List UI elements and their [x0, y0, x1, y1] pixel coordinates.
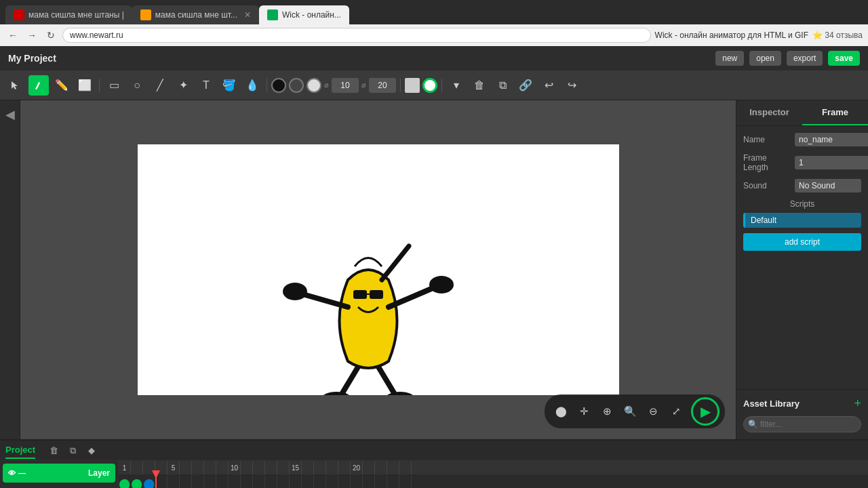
- frame-length-label: Frame Length: [743, 153, 791, 172]
- tab-3[interactable]: Wick - онлайн...: [259, 5, 349, 24]
- default-script[interactable]: Default: [743, 213, 861, 228]
- frame-cell-13[interactable]: [265, 476, 277, 488]
- frame-cell-14[interactable]: [277, 476, 290, 488]
- rect-tool[interactable]: ▭: [104, 75, 124, 96]
- stroke-size-input[interactable]: [332, 78, 359, 93]
- cursor-tool[interactable]: [5, 75, 26, 96]
- frame-tick-9: [216, 461, 229, 474]
- toolbar-separator-1: [99, 79, 100, 92]
- undo-button[interactable]: ↩: [538, 75, 559, 96]
- back-button[interactable]: ←: [5, 28, 20, 43]
- frame-cell-7[interactable]: [192, 476, 204, 488]
- frame-cell-22[interactable]: [375, 476, 387, 488]
- text-tool[interactable]: T: [196, 75, 216, 96]
- svg-point-3: [321, 392, 351, 395]
- tab-close-2[interactable]: ✕: [244, 10, 251, 20]
- project-tab[interactable]: Project: [5, 442, 35, 459]
- add-layer-button[interactable]: +: [3, 485, 115, 488]
- page-title-text: Wick - онлайн аниматор для HTML и GIF: [655, 30, 808, 40]
- reset-button[interactable]: ⊕: [596, 401, 618, 422]
- frame-cell-11[interactable]: [241, 476, 253, 488]
- layer-item[interactable]: 👁 — Layer: [3, 464, 115, 483]
- circle-tool[interactable]: ○: [127, 75, 147, 96]
- asset-add-button[interactable]: +: [854, 396, 861, 411]
- frame-cell-2[interactable]: [132, 479, 142, 488]
- play-button[interactable]: ▶: [691, 397, 719, 426]
- sidebar-toggle[interactable]: ◀: [5, 107, 15, 122]
- frame-cell-23[interactable]: [387, 476, 399, 488]
- canvas[interactable]: [138, 144, 619, 395]
- tl-delete-button[interactable]: 🗑: [46, 443, 61, 458]
- drawing-canvas: [138, 144, 619, 395]
- zoom-out-button[interactable]: ⊖: [642, 401, 664, 422]
- frame-cell-15[interactable]: [290, 476, 302, 488]
- star-icon: ⭐ 34 отзыва: [812, 30, 863, 40]
- frame-tick-22: [375, 461, 387, 474]
- brush-tool[interactable]: [28, 75, 49, 96]
- frame-cell-1[interactable]: [119, 479, 130, 488]
- frame-cell-24[interactable]: [399, 476, 412, 488]
- move-button[interactable]: ✛: [573, 401, 595, 422]
- frame-cell-20[interactable]: [351, 476, 363, 488]
- link-button[interactable]: 🔗: [515, 75, 536, 96]
- svg-line-12: [382, 246, 409, 280]
- export-button[interactable]: export: [787, 51, 823, 66]
- frame-cell-21[interactable]: [363, 476, 375, 488]
- fill-color[interactable]: [289, 78, 304, 93]
- forward-button[interactable]: →: [24, 28, 39, 43]
- color-wheel-button[interactable]: ⬤: [550, 401, 572, 422]
- frame-cell-5[interactable]: [167, 476, 180, 488]
- duplicate-button[interactable]: ⧉: [492, 75, 513, 96]
- fullscreen-button[interactable]: ⤢: [665, 401, 687, 422]
- frame-cell-9[interactable]: [216, 476, 229, 488]
- tab-1[interactable]: мама сишла мне штаны |: [5, 5, 132, 24]
- reload-button[interactable]: ↻: [43, 28, 58, 43]
- frame-cell-17[interactable]: [314, 476, 326, 488]
- frame-cell-6[interactable]: [180, 476, 192, 488]
- redo-button[interactable]: ↪: [561, 75, 582, 96]
- tab-inspector[interactable]: Inspector: [736, 100, 802, 125]
- delete-button[interactable]: 🗑: [469, 75, 490, 96]
- tl-duplicate-button[interactable]: ⧉: [65, 443, 80, 458]
- tab-2[interactable]: мама сишла мне шт... ✕: [132, 5, 259, 24]
- layers-dropdown[interactable]: ▾: [446, 75, 467, 96]
- frame-cell-16[interactable]: [302, 476, 314, 488]
- bg-color[interactable]: [307, 78, 321, 93]
- line-tool[interactable]: ╱: [150, 75, 170, 96]
- open-button[interactable]: open: [749, 51, 781, 66]
- eraser-tool[interactable]: ⬜: [75, 75, 95, 96]
- svg-point-8: [429, 276, 454, 293]
- address-bar[interactable]: www.newart.ru: [62, 28, 651, 43]
- name-input[interactable]: [795, 133, 868, 146]
- new-button[interactable]: new: [715, 51, 744, 66]
- pencil-tool[interactable]: ✏️: [52, 75, 72, 96]
- eyedropper-tool[interactable]: 💧: [242, 75, 262, 96]
- play-icon: ▶: [701, 403, 711, 420]
- layer-lock-icon[interactable]: —: [18, 469, 26, 477]
- svg-rect-9: [353, 290, 367, 299]
- frame-cell-12[interactable]: [253, 476, 265, 488]
- frame-cell-19[interactable]: [338, 476, 351, 488]
- tl-keyframe-button[interactable]: ◆: [84, 443, 99, 458]
- frame-tick-20: 20: [351, 461, 363, 474]
- tab-frame[interactable]: Frame: [802, 100, 868, 125]
- fill-size-input[interactable]: [369, 78, 396, 93]
- frame-cell-18[interactable]: [326, 476, 338, 488]
- frame-cell-3[interactable]: [144, 479, 155, 488]
- path-tool[interactable]: ✦: [173, 75, 193, 96]
- frame-length-input[interactable]: [795, 156, 868, 169]
- stroke-color[interactable]: [271, 78, 286, 93]
- frame-cell-10[interactable]: [229, 476, 241, 488]
- fill-tool[interactable]: 🪣: [219, 75, 239, 96]
- asset-filter-input[interactable]: [743, 416, 861, 432]
- save-button[interactable]: save: [828, 51, 860, 66]
- frame-cell-8[interactable]: [204, 476, 216, 488]
- zoom-in-button[interactable]: 🔍: [619, 401, 641, 422]
- frame-tick-8: [204, 461, 216, 474]
- fill-toggle[interactable]: [405, 78, 420, 93]
- add-script-button[interactable]: add script: [743, 233, 861, 251]
- outline-toggle[interactable]: [422, 78, 437, 93]
- frame-cell-4[interactable]: [155, 476, 167, 488]
- layer-name: Layer: [88, 468, 110, 478]
- layer-eye-icon[interactable]: 👁: [8, 469, 16, 477]
